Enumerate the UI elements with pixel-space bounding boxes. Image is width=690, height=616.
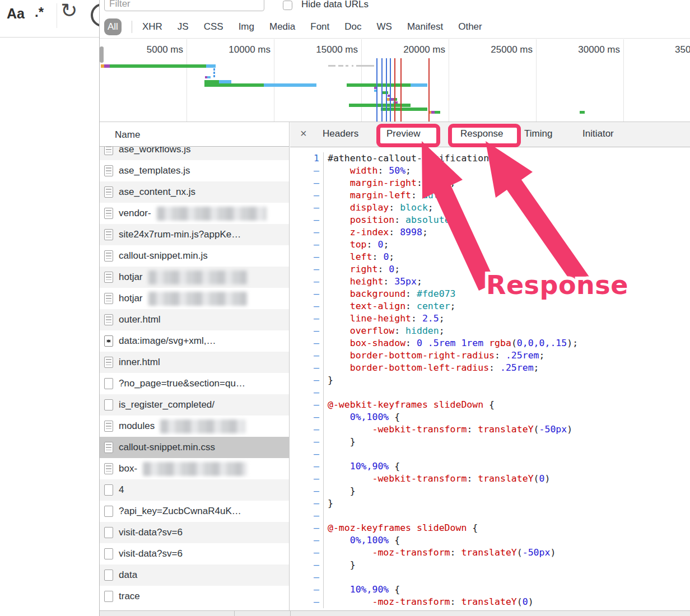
code-line-37: – -moz-transform: translateY(0) [290,596,690,608]
code-text: z-index: 8998; [324,226,428,239]
code-line-13: – text-align: center; [290,300,690,312]
tab-initiator[interactable]: Initiator [582,128,614,139]
code-text: @-webkit-keyframes slideDown { [324,399,495,411]
request-row-7[interactable]: hotjar [100,267,289,288]
request-name: is_register_completed/ [119,399,215,410]
code-text: 10%,90% { [324,584,400,596]
hide-data-urls-label: Hide data URLs [301,0,369,10]
line-number: – [290,251,324,263]
timeline-gridline [187,39,187,122]
request-row-13[interactable]: is_register_completed/ [100,394,289,416]
code-text: width: 50%; [324,165,411,177]
request-row-16[interactable]: box- [100,458,289,479]
reload-icon[interactable]: ↻ [60,0,77,22]
code-line-17: – border-bottom-right-radius: .25rem; [290,349,690,362]
request-row-5[interactable]: site24x7rum-min.js?appKe… [100,224,289,245]
request-row-19[interactable]: visit-data?sv=6 [100,522,289,543]
timeline-event-line [428,58,430,122]
tab-preview[interactable]: Preview [386,128,420,139]
line-number: – [290,522,324,534]
request-row-21[interactable]: data [100,564,289,586]
request-row-14[interactable]: modules [100,416,289,437]
waterfall-bar [356,65,374,67]
code-line-33: – -moz-transform: translateY(-50px) [290,547,690,559]
line-number: – [290,189,324,202]
hide-data-urls-checkbox[interactable] [283,1,292,10]
filter-pill-ws[interactable]: WS [377,21,392,32]
regex-button[interactable]: .* [35,4,44,20]
line-number: – [290,214,324,226]
request-row-6[interactable]: callout-snippet.min.js [100,245,289,267]
request-row-11[interactable]: inner.html [100,352,289,373]
tab-headers[interactable]: Headers [323,128,358,139]
match-case-button[interactable]: Aa [7,6,25,22]
close-icon[interactable]: × [300,127,307,140]
request-row-4[interactable]: vendor- [100,203,289,224]
request-row-12[interactable]: ?no_page=true&section=qu… [100,373,289,394]
filter-pill-xhr[interactable]: XHR [142,21,162,32]
filter-pill-other[interactable]: Other [458,21,482,32]
waterfall-bar [338,65,343,67]
timeline-gridline [274,39,274,122]
waterfall-bar [204,83,316,87]
line-number: – [290,202,324,214]
code-line-1: 1#athento-callout-notification { [290,152,690,165]
filter-pill-media[interactable]: Media [269,21,295,32]
filter-pill-js[interactable]: JS [178,21,189,32]
request-row-15[interactable]: callout-snippet.min.css [100,437,289,458]
request-row-2[interactable]: ase_templates.js [100,160,289,181]
request-name: visit-data?sv=6 [119,548,183,559]
line-number: – [290,473,324,485]
code-line-20: – [290,386,690,399]
request-name: outer.html [119,314,161,325]
filter-pill-manifest[interactable]: Manifest [407,21,443,32]
generic-resource-icon [104,527,113,538]
timeline-event-line [390,58,391,122]
overview-scroll-thumb[interactable] [100,46,104,63]
tab-timing[interactable]: Timing [524,128,552,139]
line-number: – [290,337,324,349]
code-line-8: – top: 0; [290,239,690,251]
code-line-7: – z-index: 8998; [290,226,690,239]
line-number: – [290,239,324,251]
code-line-5: – display: block; [290,202,690,214]
request-row-8[interactable]: hotjar [100,288,289,309]
request-row-9[interactable]: outer.html [100,309,289,330]
timeline-gridline [536,39,537,122]
request-row-10[interactable]: data:image/svg+xml,… [100,330,289,352]
redacted-text [143,462,247,476]
request-row-18[interactable]: ?api_key=ZucbCwnaR4uK… [100,501,289,522]
request-row-20[interactable]: visit-data?sv=6 [100,543,289,564]
request-list-panel: Name ase_workflows.jsase_templates.jsase… [100,122,290,610]
network-main-area: Name ase_workflows.jsase_templates.jsase… [100,122,690,610]
timeline-event-line [376,58,377,122]
timeline-event-line [386,58,387,122]
tab-response[interactable]: Response [460,128,503,139]
network-overview-timeline[interactable]: 5000 ms10000 ms15000 ms20000 ms25000 ms3… [100,39,690,122]
line-number: – [290,399,324,411]
line-number: – [290,312,324,325]
request-row-17[interactable]: 4 [100,479,289,501]
waterfall-bar [381,108,427,111]
code-line-28: – } [290,485,690,497]
code-text: margin-right: auto; [324,177,456,189]
request-row-22[interactable]: trace [100,586,289,607]
timeline-tick-label: 25000 ms [491,44,536,55]
waterfall-bar [383,91,388,94]
name-column-header[interactable]: Name [100,122,289,147]
filter-pill-font[interactable]: Font [310,21,329,32]
response-source-viewer[interactable]: 1#athento-callout-notification {– width:… [290,147,690,610]
line-number: – [290,571,324,584]
filter-pill-doc[interactable]: Doc [344,21,361,32]
filter-pill-img[interactable]: Img [239,21,254,32]
filter-input[interactable] [104,0,264,11]
request-row-3[interactable]: ase_content_nx.js [100,181,289,203]
filter-pill-all[interactable]: All [104,18,122,35]
line-number: – [290,596,324,608]
document-icon [104,463,113,474]
filter-pill-css[interactable]: CSS [204,21,223,32]
generic-resource-icon [104,484,113,496]
line-number: – [290,288,324,300]
code-text: height: 35px; [324,276,422,288]
timeline-tick-label: 10000 ms [229,44,274,55]
